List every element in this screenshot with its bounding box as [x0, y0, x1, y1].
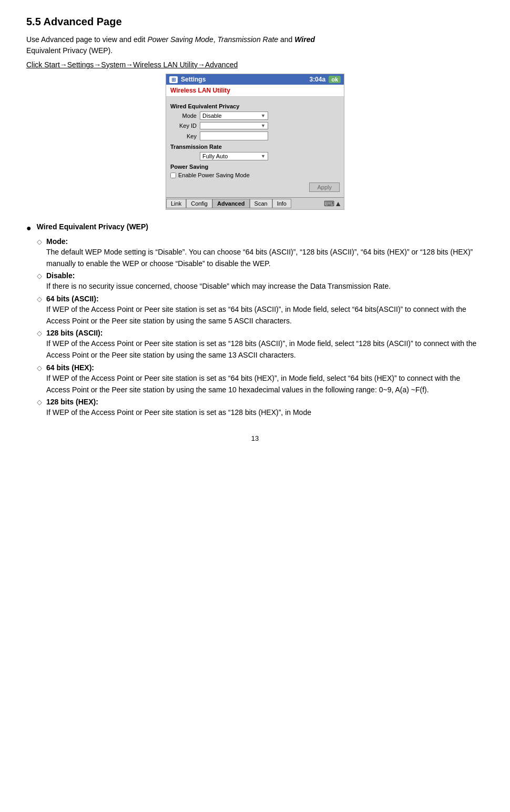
sub-item-title-5: 128 bits (HEX): [46, 398, 484, 406]
italic-wired: Wired [294, 35, 315, 44]
sub-item-content-1: Disable: If there is no security issue c… [46, 271, 484, 292]
dropdown-arrow-tx: ▼ [261, 154, 266, 159]
device-tabs: Link Config Advanced Scan Info ⌨▲ [166, 197, 344, 209]
sub-item-body-3: If WEP of the Access Point or Peer site … [46, 338, 484, 361]
diamond-3: ◇ [37, 329, 42, 337]
sub-item-content-5: 128 bits (HEX): If WEP of the Access Poi… [46, 398, 484, 419]
screenshot-container: ⊞ Settings 3:04a ok Wireless LAN Utility… [26, 74, 484, 210]
sub-item-title-3: 128 bits (ASCII): [46, 329, 484, 337]
nav-path: Click Start→Settings→System→Wireless LAN… [26, 60, 238, 69]
diamond-2: ◇ [37, 295, 42, 303]
key-label: Key [170, 133, 197, 139]
mode-dropdown[interactable]: Disable ▼ [200, 111, 268, 120]
wep-section-label: Wired Equivalent Privacy [170, 103, 340, 109]
mode-value: Disable [202, 113, 222, 119]
device-subtitle: Wireless LAN Utility [166, 85, 344, 97]
sub-items-section: ◇ Mode: The default WEP Mode setting is … [37, 237, 484, 419]
diamond-4: ◇ [37, 364, 42, 372]
time-area: 3:04a ok [309, 76, 341, 83]
sub-item-content-0: Mode: The default WEP Mode setting is “D… [46, 237, 484, 269]
main-bullet-label: Wired Equivalent Privacy (WEP) [37, 222, 148, 231]
tab-link[interactable]: Link [166, 199, 186, 208]
tx-row: Fully Auto ▼ [170, 152, 340, 160]
and-text: and [278, 35, 294, 44]
sub-item-4: ◇ 64 bits (HEX): If WEP of the Access Po… [37, 363, 484, 395]
tab-config[interactable]: Config [186, 199, 212, 208]
power-section-label: Power Saving [170, 164, 340, 170]
intro-paragraph: Use Advanced page to view and edit Power… [26, 34, 484, 56]
dropdown-arrow-mode: ▼ [261, 113, 266, 118]
tab-advanced[interactable]: Advanced [212, 199, 250, 208]
sub-item-body-1: If there is no security issue concerned,… [46, 281, 484, 292]
sub-item-title-4: 64 bits (HEX): [46, 363, 484, 372]
sub-item-5: ◇ 128 bits (HEX): If WEP of the Access P… [37, 398, 484, 419]
tab-scan[interactable]: Scan [250, 199, 272, 208]
sub-item-0: ◇ Mode: The default WEP Mode setting is … [37, 237, 484, 269]
sub-item-content-2: 64 bits (ASCII): If WEP of the Access Po… [46, 295, 484, 327]
keyid-dropdown[interactable]: ▼ [200, 122, 268, 129]
sub-item-body-0: The default WEP Mode setting is “Disable… [46, 247, 484, 269]
tx-section-label: Transmission Rate [170, 144, 340, 150]
intro-text-2: Equivalent Privacy (WEP). [26, 46, 113, 55]
device-titlebar: ⊞ Settings 3:04a ok [166, 74, 344, 85]
power-saving-label: Enable Power Saving Mode [178, 172, 250, 178]
sub-item-3: ◇ 128 bits (ASCII): If WEP of the Access… [37, 329, 484, 361]
tx-dropdown[interactable]: Fully Auto ▼ [200, 152, 268, 160]
diamond-5: ◇ [37, 398, 42, 406]
device-body: Wired Equivalent Privacy Mode Disable ▼ … [166, 97, 344, 197]
key-textbox[interactable] [200, 131, 268, 140]
diamond-1: ◇ [37, 272, 42, 280]
titlebar-title: Settings [181, 76, 206, 83]
page-number: 13 [26, 434, 484, 442]
sub-item-title-1: Disable: [46, 271, 484, 280]
sub-item-content-4: 64 bits (HEX): If WEP of the Access Poin… [46, 363, 484, 395]
mode-label: Mode [170, 113, 197, 119]
intro-text-1: Use Advanced page to view and edit [26, 35, 147, 44]
sub-item-title-0: Mode: [46, 237, 484, 246]
keyid-row: Key ID ▼ [170, 122, 340, 129]
tab-info[interactable]: Info [272, 199, 291, 208]
sub-item-2: ◇ 64 bits (ASCII): If WEP of the Access … [37, 295, 484, 327]
keyboard-icon[interactable]: ⌨▲ [324, 199, 344, 208]
power-checkbox-row: Enable Power Saving Mode [170, 172, 340, 178]
mode-row: Mode Disable ▼ [170, 111, 340, 120]
sub-item-title-2: 64 bits (ASCII): [46, 295, 484, 303]
italic-power-saving: Power Saving Mode [147, 35, 213, 44]
time-display: 3:04a [309, 76, 325, 83]
italic-tx-rate: Transmission Rate [217, 35, 278, 44]
key-row: Key [170, 131, 340, 140]
start-icon: ⊞ [169, 76, 178, 83]
page-title: 5.5 Advanced Page [26, 16, 484, 28]
ok-button[interactable]: ok [329, 76, 341, 83]
tx-value: Fully Auto [202, 153, 228, 159]
sub-item-body-5: If WEP of the Access Point or Peer site … [46, 407, 484, 419]
keyid-label: Key ID [170, 123, 197, 129]
device-screenshot: ⊞ Settings 3:04a ok Wireless LAN Utility… [166, 74, 344, 210]
sub-item-content-3: 128 bits (ASCII): If WEP of the Access P… [46, 329, 484, 361]
main-bullet-dot: ● [26, 224, 32, 233]
sub-item-body-4: If WEP of the Access Point or Peer site … [46, 373, 484, 395]
sub-item-body-2: If WEP of the Access Point or Peer site … [46, 304, 484, 327]
main-bullet-section: ● Wired Equivalent Privacy (WEP) ◇ Mode:… [26, 222, 484, 419]
main-bullet-item: ● Wired Equivalent Privacy (WEP) [26, 222, 484, 233]
power-saving-checkbox[interactable] [170, 172, 176, 178]
nav-path-text: Click Start→Settings→System→Wireless LAN… [26, 59, 484, 70]
apply-button[interactable]: Apply [309, 182, 340, 192]
diamond-0: ◇ [37, 238, 42, 246]
dropdown-arrow-keyid: ▼ [261, 123, 266, 128]
sub-item-1: ◇ Disable: If there is no security issue… [37, 271, 484, 292]
